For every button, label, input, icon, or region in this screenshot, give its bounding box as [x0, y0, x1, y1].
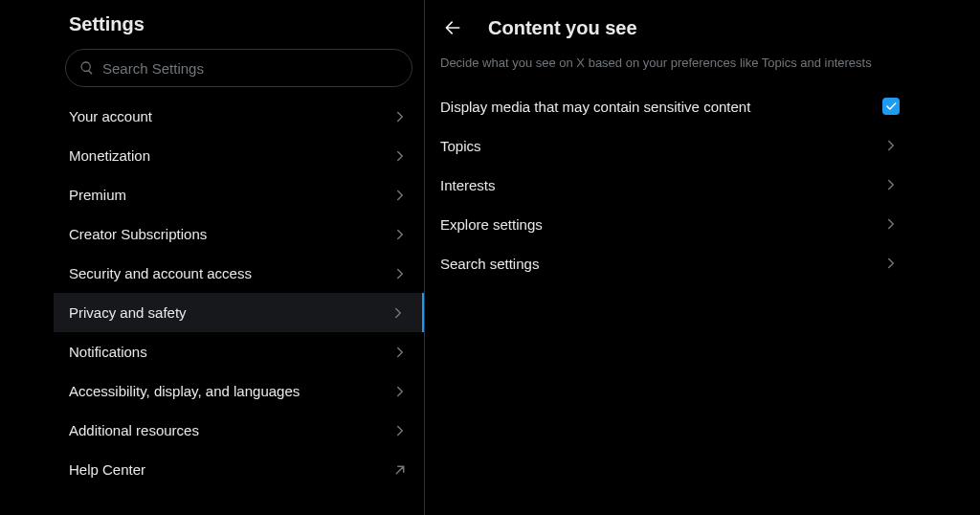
- chevron-right-icon: [391, 344, 409, 361]
- search-icon: [79, 60, 95, 76]
- chevron-right-icon: [391, 187, 409, 204]
- nav-privacy-safety[interactable]: Privacy and safety: [54, 293, 424, 332]
- opt-label: Search settings: [440, 256, 539, 272]
- opt-search-settings[interactable]: Search settings: [425, 244, 915, 283]
- nav-notifications[interactable]: Notifications: [54, 332, 424, 371]
- chevron-right-icon: [391, 422, 409, 439]
- nav-additional-resources[interactable]: Additional resources: [54, 411, 424, 450]
- settings-panel: Settings Your account Monetization Premi…: [54, 0, 425, 515]
- opt-explore-settings[interactable]: Explore settings: [425, 205, 915, 244]
- opt-topics[interactable]: Topics: [425, 126, 915, 166]
- opt-label: Topics: [440, 138, 481, 154]
- nav-label: Accessibility, display, and languages: [69, 383, 300, 399]
- nav-accessibility[interactable]: Accessibility, display, and languages: [54, 371, 424, 411]
- nav-label: Notifications: [69, 344, 147, 360]
- chevron-right-icon: [882, 255, 900, 272]
- right-gutter: [915, 0, 980, 515]
- chevron-right-icon: [391, 226, 409, 243]
- chevron-right-icon: [391, 383, 409, 400]
- nav-creator-subscriptions[interactable]: Creator Subscriptions: [54, 214, 424, 254]
- chevron-right-icon: [391, 265, 409, 282]
- nav-monetization[interactable]: Monetization: [54, 136, 424, 175]
- nav-label: Security and account access: [69, 265, 252, 281]
- chevron-right-icon: [391, 108, 409, 125]
- nav-security-access[interactable]: Security and account access: [54, 254, 424, 293]
- sensitive-checkbox[interactable]: [882, 98, 900, 115]
- chevron-right-icon: [390, 304, 407, 322]
- search-input[interactable]: [102, 60, 398, 77]
- content-title: Content you see: [488, 17, 637, 39]
- search-box[interactable]: [65, 49, 412, 87]
- opt-sensitive-media[interactable]: Display media that may contain sensitive…: [425, 87, 915, 126]
- content-header: Content you see: [425, 8, 915, 50]
- nav-label: Premium: [69, 187, 126, 203]
- search-wrap: [54, 49, 424, 97]
- settings-title: Settings: [54, 8, 424, 49]
- nav-label: Help Center: [69, 461, 145, 478]
- chevron-right-icon: [391, 147, 409, 165]
- opt-label: Interests: [440, 177, 496, 193]
- nav-your-account[interactable]: Your account: [54, 97, 424, 136]
- chevron-right-icon: [882, 215, 900, 233]
- content-options: Display media that may contain sensitive…: [425, 87, 915, 283]
- opt-label: Explore settings: [440, 216, 543, 233]
- settings-nav: Your account Monetization Premium Creato…: [54, 97, 424, 489]
- arrow-left-icon: [443, 18, 462, 37]
- opt-interests[interactable]: Interests: [425, 166, 915, 205]
- content-panel: Content you see Decide what you see on X…: [425, 0, 915, 515]
- left-gutter: [0, 0, 54, 515]
- back-button[interactable]: [436, 11, 469, 44]
- external-link-icon: [391, 461, 409, 479]
- check-icon: [884, 100, 898, 113]
- content-subtitle: Decide what you see on X based on your p…: [425, 50, 915, 87]
- nav-label: Monetization: [69, 147, 150, 164]
- opt-label: Display media that may contain sensitive…: [440, 99, 750, 115]
- nav-label: Additional resources: [69, 422, 199, 438]
- chevron-right-icon: [882, 137, 900, 154]
- nav-help-center[interactable]: Help Center: [54, 450, 424, 489]
- nav-premium[interactable]: Premium: [54, 175, 424, 214]
- nav-label: Privacy and safety: [69, 304, 187, 321]
- chevron-right-icon: [882, 176, 900, 193]
- nav-label: Your account: [69, 108, 152, 124]
- nav-label: Creator Subscriptions: [69, 226, 207, 242]
